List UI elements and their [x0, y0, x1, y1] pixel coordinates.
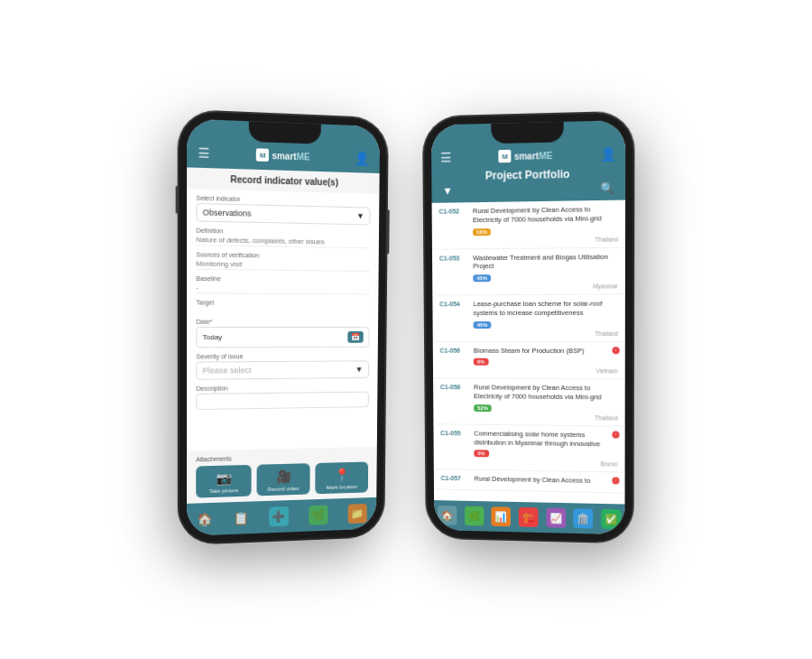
project-id-c1057: C1-057 [441, 474, 469, 481]
video-icon: 🎥 [276, 469, 291, 484]
progress-c1052: 16% [473, 228, 491, 236]
nav-add[interactable]: ➕ [269, 506, 289, 526]
mark-location-label: Mark location [327, 484, 357, 490]
project-name-c1054: Lease-purchase loan scheme for solar-roo… [473, 300, 617, 318]
take-picture-button[interactable]: 📷 Take picture [196, 465, 251, 498]
project-item-c1052[interactable]: C1-052 Rural Development by Clean Access… [432, 200, 626, 250]
notch-left [249, 121, 321, 144]
severity-arrow: ▼ [355, 365, 364, 374]
severity-placeholder: Please select [202, 366, 251, 375]
rnav-check[interactable]: ✅ [601, 509, 621, 529]
nav-reports[interactable]: 📋 [234, 510, 249, 524]
project-info-c1054: Lease-purchase loan scheme for solar-roo… [473, 300, 617, 337]
nav-home[interactable]: 🏠 [198, 512, 213, 527]
rnav-bank[interactable]: 🏛️ [573, 508, 593, 528]
add-icon-wrap: ➕ [269, 506, 289, 526]
logo-accent: ME [296, 151, 309, 162]
dropdown-arrow: ▼ [356, 211, 364, 220]
form-area: Select indicator Observations ▼ Definiti… [187, 189, 379, 450]
project-info-c1056: Biomass Steam for Production (BSP) 0% Vi… [474, 346, 618, 374]
project-item-c1058[interactable]: C1-058 Rural Development by Clean Access… [433, 378, 625, 426]
logo-icon: M [256, 148, 269, 162]
baseline-value: - [196, 283, 370, 295]
right-menu-icon[interactable]: ☰ [440, 150, 452, 164]
rnav-home[interactable]: 🏠 [438, 506, 457, 525]
project-name-c1057: Rural Development by Clean Access to [475, 475, 618, 487]
menu-icon[interactable]: ☰ [198, 145, 209, 161]
left-bottom-nav: 🏠 📋 ➕ 🌿 [187, 497, 376, 536]
indicator-select[interactable]: Observations ▼ [196, 203, 370, 226]
progress-c1053: 45% [473, 274, 491, 282]
project-name-c1058: Rural Development by Clean Access to Ele… [474, 384, 618, 403]
country-c1053: Myanmar [473, 283, 617, 290]
country-c1054: Thailand [474, 330, 618, 336]
rnav-building[interactable]: 🏗️ [519, 507, 539, 527]
project-item-c1055[interactable]: C1-055 Commercialising solar home system… [433, 424, 624, 473]
progress-c1055: 0% [474, 450, 488, 457]
sources-value: Monitoring visit [196, 259, 370, 271]
date-field[interactable]: Today 📅 [196, 327, 369, 348]
progress-c1054: 45% [474, 321, 492, 329]
alert-dot-c1056: ! [613, 347, 620, 354]
filter-search-row: ▼ 🔍 [440, 181, 616, 197]
record-video-button[interactable]: 🎥 Record video [256, 463, 310, 496]
user-icon-left[interactable]: 👤 [355, 151, 370, 166]
logo: M smartME [256, 148, 309, 162]
plus-icon: ➕ [272, 510, 286, 523]
calendar-icon[interactable]: 📅 [347, 331, 363, 343]
right-bottom-nav: 🏠 🌿 📊 🏗️ 📈 🏛️ ✅ [434, 500, 624, 534]
baseline-label: Baseline [196, 275, 370, 283]
right-phone-screen: ☰ M smartME 👤 Project Portfolio ▼ 🔍 [431, 120, 625, 534]
nature-icon-wrap: 🌿 [309, 505, 328, 524]
camera-icon: 📷 [216, 470, 231, 485]
project-list: C1-052 Rural Development by Clean Access… [432, 200, 626, 505]
alert-dot-c1057: ! [612, 478, 619, 485]
description-label: Description [196, 384, 369, 392]
left-phone-screen: ☰ M smartME 👤 Record indicator value(s) … [187, 119, 380, 536]
attachments-section: Attachments 📷 Take picture 🎥 Record vide… [187, 447, 377, 504]
date-value: Today [202, 333, 222, 341]
severity-select[interactable]: Please select ▼ [196, 360, 369, 379]
project-id-c1056: C1-056 [440, 346, 468, 353]
description-field[interactable] [196, 392, 369, 411]
alert-dot-c1055: ! [612, 431, 619, 438]
rnav-bar-chart[interactable]: 📈 [546, 508, 566, 528]
project-id-c1054: C1-054 [439, 300, 467, 307]
progress-c1056: 0% [474, 358, 488, 366]
right-logo-text: smartME [514, 150, 553, 161]
severity-label: Severity of issue [196, 353, 369, 360]
project-info-c1052: Rural Development by Clean Access to Ele… [473, 205, 618, 244]
filter-icon[interactable]: ▼ [442, 184, 453, 197]
target-label: Target [196, 299, 369, 306]
right-header-top: ☰ M smartME 👤 [440, 146, 616, 164]
nav-folder[interactable]: 📁 [347, 504, 366, 524]
mark-location-button[interactable]: 📍 Mark location [316, 461, 369, 494]
nav-nature[interactable]: 🌿 [309, 505, 328, 524]
notch-right [491, 122, 564, 144]
country-c1056: Vietnam [474, 367, 618, 375]
project-name-c1052: Rural Development by Clean Access to Ele… [473, 205, 618, 225]
right-logo: M smartME [499, 149, 553, 162]
project-info-c1057: Rural Development by Clean Access to [475, 475, 618, 488]
project-info-c1055: Commercialising solar home systems distr… [474, 429, 617, 467]
project-item-c1057[interactable]: C1-057 Rural Development by Clean Access… [434, 469, 625, 493]
attachments-label: Attachments [196, 452, 368, 463]
project-id-c1053: C1-053 [439, 254, 467, 261]
right-user-icon[interactable]: 👤 [600, 146, 615, 162]
left-app: ☰ M smartME 👤 Record indicator value(s) … [187, 119, 380, 536]
project-id-c1058: C1-058 [440, 383, 468, 390]
project-item-c1054[interactable]: C1-054 Lease-purchase loan scheme for so… [432, 295, 625, 342]
project-item-c1053[interactable]: C1-053 Wastewater Treatment and Biogas U… [432, 247, 625, 295]
project-id-c1052: C1-052 [438, 207, 467, 214]
project-name-c1055: Commercialising solar home systems distr… [474, 429, 617, 448]
folder-icon-wrap: 📁 [347, 504, 366, 524]
rnav-nature[interactable]: 🌿 [465, 506, 484, 526]
project-item-c1056[interactable]: C1-056 Biomass Steam for Production (BSP… [433, 341, 625, 379]
sources-label: Sources of verification [196, 251, 370, 260]
left-phone: ☰ M smartME 👤 Record indicator value(s) … [180, 111, 387, 543]
location-icon: 📍 [335, 468, 349, 482]
rnav-chart[interactable]: 📊 [492, 506, 512, 526]
progress-c1058: 52% [474, 404, 492, 412]
take-picture-label: Take picture [209, 487, 239, 494]
search-icon[interactable]: 🔍 [600, 181, 614, 195]
